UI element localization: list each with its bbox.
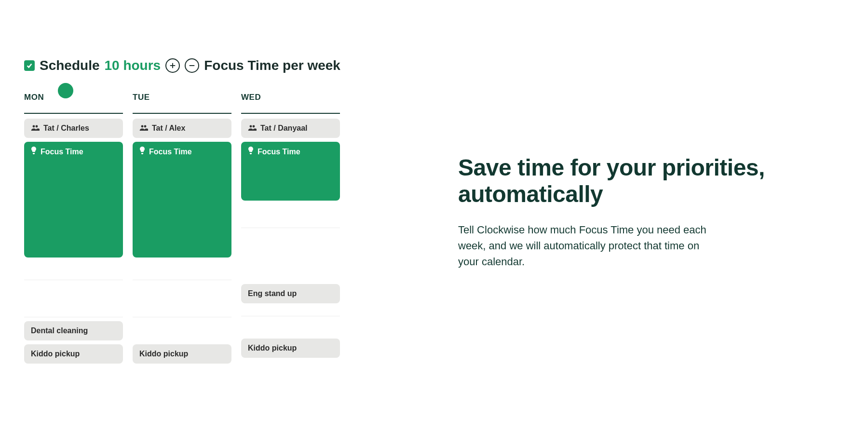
calendar-event[interactable]: Kiddo pickup [241,339,340,358]
event-label: Eng stand up [248,289,297,298]
svg-point-6 [144,125,147,128]
svg-point-7 [250,125,252,128]
day-label: TUE [133,93,231,102]
decrease-hours-button[interactable] [185,58,199,73]
hour-line [133,317,231,317]
day-label: MON [24,93,123,102]
meeting-event[interactable]: Tat / Charles [24,119,123,138]
calendar-event[interactable]: Dental cleaning [24,321,123,340]
current-day-indicator [58,83,73,98]
people-icon [248,124,257,133]
svg-point-5 [141,125,144,128]
focus-time-event[interactable]: Focus Time [241,142,340,201]
event-label: Kiddo pickup [248,344,297,353]
event-label: Dental cleaning [31,326,88,335]
day-underline [133,113,231,114]
hour-line [24,280,123,280]
lightbulb-icon [139,147,145,156]
meeting-label: Tat / Danyaal [260,124,308,133]
day-column-mon: MON Tat / Charles Focus Time [24,93,123,364]
marketing-headline: Save time for your priorities, automatic… [458,154,839,207]
focus-label: Focus Time [149,148,192,156]
day-underline [24,113,123,114]
focus-time-event[interactable]: Focus Time [133,142,231,258]
increase-hours-button[interactable] [165,58,180,73]
lightbulb-icon [31,147,37,156]
focus-time-setting: Schedule 10 hours Focus Time per week [24,58,391,73]
calendar-event[interactable]: Kiddo pickup [133,344,231,364]
event-label: Kiddo pickup [139,350,188,358]
meeting-label: Tat / Charles [43,124,89,133]
schedule-prefix: Schedule [40,58,99,73]
marketing-body: Tell Clockwise how much Focus Time you n… [458,222,719,270]
calendar-event[interactable]: Eng stand up [241,284,340,303]
meeting-label: Tat / Alex [152,124,185,133]
svg-point-8 [253,125,255,128]
event-label: Kiddo pickup [31,350,80,358]
hour-line [24,317,123,317]
hour-line [241,228,340,228]
schedule-checkbox[interactable] [24,60,35,71]
week-calendar: MON Tat / Charles Focus Time [24,93,391,364]
focus-time-event[interactable]: Focus Time [24,142,123,258]
svg-point-4 [36,125,38,128]
schedule-suffix: Focus Time per week [204,58,340,73]
meeting-event[interactable]: Tat / Alex [133,119,231,138]
hours-value: 10 hours [104,58,161,73]
day-column-wed: WED Tat / Danyaal Focus Time [241,93,340,364]
hour-line [241,316,340,316]
focus-label: Focus Time [258,148,300,156]
day-label: WED [241,93,340,102]
people-icon [139,124,148,133]
day-underline [241,113,340,114]
meeting-event[interactable]: Tat / Danyaal [241,119,340,138]
hour-line [133,280,231,280]
calendar-event[interactable]: Kiddo pickup [24,344,123,364]
lightbulb-icon [248,147,254,156]
day-column-tue: TUE Tat / Alex Focus Time [133,93,231,364]
people-icon [31,124,40,133]
focus-label: Focus Time [41,148,83,156]
svg-point-3 [33,125,35,128]
